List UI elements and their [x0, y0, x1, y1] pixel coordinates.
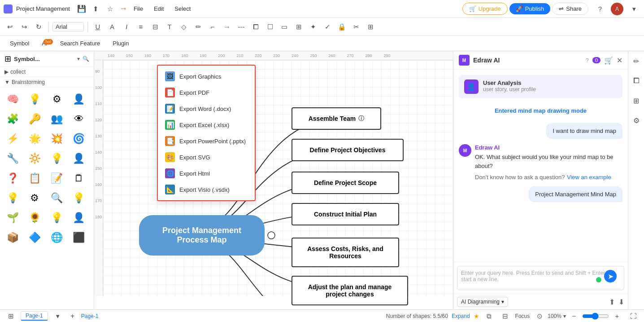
- shape4-button[interactable]: ⊞: [292, 21, 305, 33]
- fullscreen-icon[interactable]: ⛶: [627, 310, 640, 322]
- list-item[interactable]: 🌀: [70, 130, 88, 148]
- list-item[interactable]: 📋: [26, 169, 44, 187]
- export-button[interactable]: ⬆: [90, 3, 102, 15]
- account-dropdown-icon[interactable]: ▾: [628, 3, 640, 15]
- grid-button[interactable]: ⊞: [364, 21, 377, 33]
- canvas-area[interactable]: 140 150 160 170 180 190 200 210 220 230 …: [94, 51, 453, 309]
- align-button[interactable]: ≡: [135, 21, 147, 33]
- ai-cart-icon[interactable]: 🛒: [604, 56, 613, 65]
- italic-button[interactable]: I: [120, 21, 133, 33]
- ai-download-icon[interactable]: ⬇: [618, 298, 624, 306]
- shape2-button[interactable]: ☐: [264, 21, 276, 33]
- font-selector[interactable]: [52, 22, 84, 31]
- list-item[interactable]: 🌐: [48, 229, 66, 247]
- export-visio-item[interactable]: 📐 Export Visio (.vsdx): [158, 181, 255, 198]
- node-define-scope[interactable]: Define Project Scope: [292, 172, 399, 194]
- right-grid-icon[interactable]: ⊞: [630, 94, 643, 107]
- list-item[interactable]: 🔧: [4, 150, 22, 168]
- avatar[interactable]: A: [611, 3, 623, 15]
- list-item[interactable]: 🔍: [48, 189, 66, 207]
- list-item[interactable]: 👥: [48, 110, 66, 128]
- lock-button[interactable]: 🔒: [335, 21, 348, 33]
- text-button[interactable]: T: [163, 21, 176, 33]
- node-assemble-team[interactable]: Assemble Team ⓘ: [292, 107, 381, 130]
- layers-icon[interactable]: ⧉: [483, 310, 496, 322]
- save-button[interactable]: 💾: [75, 3, 88, 15]
- list-item[interactable]: ⚙: [26, 189, 44, 207]
- right-shape-icon[interactable]: ⧠: [630, 75, 643, 87]
- menu-edit[interactable]: Edit: [149, 4, 168, 14]
- arrange-button[interactable]: ⧠: [249, 21, 262, 33]
- export-graphics-item[interactable]: 🖼 Export Graphics: [158, 68, 255, 84]
- node-construct-plan[interactable]: Construct Initial Plan: [292, 203, 399, 225]
- fill-button[interactable]: ◇: [178, 21, 190, 33]
- right-settings-icon[interactable]: ⚙: [630, 114, 643, 127]
- list-item[interactable]: 🌟: [26, 130, 44, 148]
- list-item[interactable]: 🔷: [26, 229, 44, 247]
- list-item[interactable]: 🗒: [70, 169, 88, 187]
- list-item[interactable]: 💡: [48, 209, 66, 227]
- submenu-ai[interactable]: AI hot: [35, 38, 53, 49]
- sidebar-search-icon[interactable]: 🔍: [83, 56, 89, 62]
- export-word-item[interactable]: 📝 Export Word (.docx): [158, 101, 255, 117]
- node-define-objectives[interactable]: Define Project Objectives: [292, 139, 404, 161]
- sidebar-brainstorm-section[interactable]: ▼ Brainstorming: [0, 77, 94, 88]
- list-item[interactable]: 🌱: [4, 209, 22, 227]
- export-pptx-item[interactable]: 📑 Export PowerPoint (.pptx): [158, 133, 255, 149]
- info-icon[interactable]: ⓘ: [358, 115, 364, 123]
- page-tab-1[interactable]: Page-1: [21, 311, 48, 321]
- list-item[interactable]: ⚡: [4, 130, 22, 148]
- shape3-button[interactable]: ▭: [278, 21, 291, 33]
- ai-send-button[interactable]: ➤: [604, 270, 617, 282]
- node-adjust-plan[interactable]: Adjust the plan and manage project chang…: [292, 276, 408, 305]
- list-item[interactable]: 👁: [70, 110, 88, 128]
- zoom-slider[interactable]: [582, 313, 609, 320]
- export-html-item[interactable]: 🌐 Export Html: [158, 165, 255, 181]
- list-item[interactable]: 💥: [48, 130, 66, 148]
- list-item[interactable]: 🌻: [26, 209, 44, 227]
- underline-button[interactable]: U: [91, 21, 104, 33]
- page-layout-icon[interactable]: ⊞: [4, 310, 17, 322]
- connector-button[interactable]: →: [221, 21, 233, 33]
- list-button[interactable]: ⊟: [149, 21, 161, 33]
- list-item[interactable]: 👤: [70, 209, 88, 227]
- ai-suggestion-card[interactable]: 👤 User Analysis user story, user profile: [459, 75, 622, 98]
- page-tab-label[interactable]: Page-1: [81, 313, 99, 319]
- view-example-link[interactable]: View an example: [567, 174, 611, 181]
- menu-file[interactable]: File: [129, 4, 148, 14]
- sidebar-expand-icon[interactable]: ▾: [77, 56, 80, 62]
- star-button[interactable]: ☆: [104, 3, 117, 15]
- line-button[interactable]: ⌐: [206, 21, 219, 33]
- right-edit-icon[interactable]: ✏: [630, 55, 643, 67]
- list-item[interactable]: 💡: [70, 189, 88, 207]
- add-page-button[interactable]: +: [68, 311, 78, 321]
- share-button[interactable]: ⇌ Share: [552, 3, 588, 15]
- expand-link[interactable]: Expand: [452, 313, 470, 319]
- ai-input-box[interactable]: Enter your query here. Press Enter to se…: [457, 266, 624, 290]
- list-item[interactable]: 📝: [48, 169, 66, 187]
- ai-help-icon[interactable]: ?: [586, 57, 589, 64]
- upgrade-button[interactable]: 🛒 Upgrade: [462, 3, 508, 15]
- redo2-button[interactable]: ↻: [32, 21, 45, 33]
- ai-upload-icon[interactable]: ⬆: [609, 298, 615, 306]
- dash-button[interactable]: ---: [235, 21, 248, 33]
- sidebar-collect-section[interactable]: ▶ collect: [0, 67, 94, 77]
- list-item[interactable]: 📦: [4, 229, 22, 247]
- pen-button[interactable]: ✏: [192, 21, 205, 33]
- list-item[interactable]: ⚙: [48, 90, 66, 108]
- submenu-symbol[interactable]: Symbol: [4, 38, 35, 49]
- ai-mode-selector[interactable]: AI Diagramming ▾: [457, 297, 508, 307]
- check-button[interactable]: ✓: [321, 21, 334, 33]
- list-item[interactable]: 💡: [26, 90, 44, 108]
- list-item[interactable]: 👤: [70, 90, 88, 108]
- publish-button[interactable]: 🚀 Publish: [509, 3, 551, 14]
- canvas-grid[interactable]: 90 100 110 120 130 140 150 160 170 180: [103, 60, 453, 296]
- zoom-out-button[interactable]: −: [568, 310, 580, 322]
- list-item[interactable]: ⬛: [70, 229, 88, 247]
- export-svg-item[interactable]: 🎨 Export SVG: [158, 149, 255, 165]
- list-item[interactable]: 🧠: [4, 90, 22, 108]
- undo-button[interactable]: ↩: [4, 21, 16, 33]
- help-icon[interactable]: ?: [594, 3, 606, 15]
- list-item[interactable]: 💡: [48, 150, 66, 168]
- list-item[interactable]: 👤: [70, 150, 88, 168]
